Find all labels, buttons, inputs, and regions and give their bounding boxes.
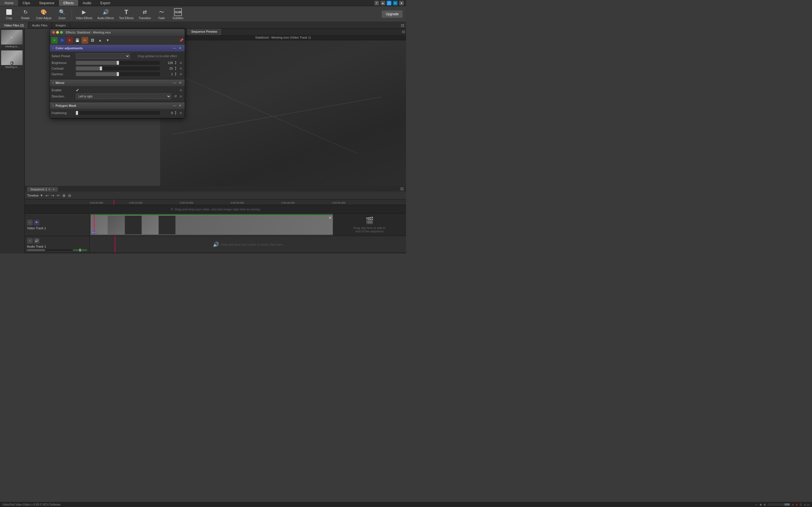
gamma-spinner[interactable]: ▲ ▼ [174,72,177,76]
tab-audio-files[interactable]: Audio Files [28,22,52,29]
video-clip-1[interactable]: FX ✕ [91,215,333,235]
gamma-menu-btn[interactable]: ≡ [179,72,183,76]
tab-video-files[interactable]: Video Files (2) [0,22,28,29]
timeline-scissors-btn[interactable]: ✂ [57,193,60,198]
brightness-spinner[interactable]: ▲ ▼ [174,61,177,65]
video-effects-button[interactable]: ▶ Video Effects [73,7,95,21]
contrast-slider[interactable] [76,66,160,70]
contrast-menu-btn[interactable]: ≡ [179,66,183,71]
panel-collapse-icon[interactable]: ⊡ [401,23,404,27]
audio-effects-button[interactable]: 🔊 Audio Effects [95,7,116,21]
feathering-thumb[interactable] [76,111,78,115]
color-adj-close-button[interactable]: ✕ [178,46,183,50]
text-effects-button[interactable]: T Text Effects [117,7,136,21]
enable-menu-btn[interactable]: ≡ [179,88,183,93]
fade-button[interactable]: 〜 Fade [154,7,169,21]
sequence-add-icon[interactable]: + [53,187,54,191]
mirror-close-button[interactable]: ✕ [178,81,183,85]
edit-effect-button[interactable]: ✏ [82,37,88,44]
nav-sequence[interactable]: Sequence [35,0,59,6]
nav-audio[interactable]: Audio [78,0,96,6]
effect-image-button[interactable]: 🖼 [89,37,96,44]
preset-select[interactable] [76,53,130,59]
video-track-1-label: − 👁 Video Track 1 [25,214,90,236]
effect-settings-button[interactable]: ⚙ [59,37,65,44]
polygon-mask-header[interactable]: ↕ Polygon Mask — ✕ [50,102,185,109]
direction-reset-button[interactable]: ↺ [174,94,177,98]
nav-clips[interactable]: Clips [18,0,35,6]
color-adjust-button[interactable]: 🎨 Color Adjust [34,7,54,21]
rotate-button[interactable]: ↻ Rotate [17,7,33,21]
gamma-slider[interactable] [76,72,160,76]
video-effects-icon: ▶ [80,8,88,16]
close-window-button[interactable] [52,31,55,34]
zoom-icon: 🔍 [58,8,66,16]
brightness-down-btn[interactable]: ▼ [174,63,177,65]
color-adj-minus-button[interactable]: — [172,46,177,50]
timeline-back-btn[interactable]: ↩ [45,193,49,198]
timeline-fwd-btn[interactable]: ↪ [51,193,54,198]
video-track-visibility-btn[interactable]: 👁 [34,220,40,225]
nav-export[interactable]: Export [96,0,115,6]
social-icon-3: t [387,1,391,5]
window-traffic-lights [52,31,63,34]
contrast-spinner[interactable]: ▲ ▼ [174,66,177,71]
maximize-window-button[interactable] [60,31,63,34]
polygon-close-button[interactable]: ✕ [178,104,183,108]
feathering-spinner[interactable]: ▲ ▼ [174,111,177,115]
brightness-slider[interactable] [76,61,160,65]
contrast-thumb[interactable] [100,66,102,70]
save-effect-button[interactable]: 💾 [74,37,81,44]
color-adjustments-header[interactable]: ↕ Color adjustments — ✕ [50,45,185,52]
color-adjust-icon: 🎨 [40,8,48,16]
timeline-zoom-out-btn[interactable]: ⊖ [68,193,71,198]
enable-checkbox[interactable]: ✔ [76,88,79,93]
direction-label: Direction: [52,95,74,98]
audio-track-mute-btn[interactable]: − [27,238,33,244]
nav-home[interactable]: Home [0,0,18,6]
gamma-thumb[interactable] [117,72,119,76]
brightness-menu-btn[interactable]: ≡ [179,61,183,65]
direction-menu-btn[interactable]: ≡ [179,94,183,99]
sequence-preview-tab[interactable]: Sequence Preview [187,29,222,35]
audio-pan-slider[interactable] [73,249,87,251]
media-item-1[interactable]: ▶ Meeting.m... [0,29,24,49]
audio-pan-fill [73,249,87,251]
gamma-down-btn[interactable]: ▼ [174,74,177,76]
direction-select[interactable]: Left to right Right to left Top to botto… [76,94,171,99]
minimize-window-button[interactable] [56,31,59,34]
brightness-label: Brightness: [52,61,74,64]
feathering-down-btn[interactable]: ▼ [174,113,177,115]
effect-up-button[interactable]: ▲ [97,37,103,44]
audio-track-volume-btn[interactable]: 🔊 [34,238,40,244]
transition-button[interactable]: ⇄ Transition [137,7,153,21]
timeline-zoom-in-btn[interactable]: ⊕ [62,193,66,198]
timeline-dropdown-icon[interactable]: ▼ [40,193,43,198]
video-track-1-controls: − 👁 [27,220,40,225]
feathering-slider[interactable] [76,111,160,115]
subtitles-button[interactable]: SUB Subtitles [170,7,186,21]
tab-images[interactable]: Images [52,22,70,29]
polygon-minus-button[interactable]: — [172,104,177,108]
preview-expand-icon[interactable]: ⊡ [401,29,406,35]
audio-volume-slider[interactable] [27,249,72,251]
sequence-1-tab[interactable]: Sequence 1 ✕ + [27,187,58,191]
remove-effect-button[interactable]: ✕ [66,37,73,44]
upgrade-button[interactable]: Upgrade [382,10,403,18]
crop-button[interactable]: ⬜ Crop [1,7,17,21]
nav-effects[interactable]: Effects [59,0,78,6]
mirror-header[interactable]: ↕ Mirror — ✕ [50,79,185,86]
brightness-thumb[interactable] [117,61,119,65]
add-effect-button[interactable]: + [51,37,58,44]
mirror-minus-button[interactable]: — [172,81,177,85]
feathering-menu-btn[interactable]: ≡ [179,111,183,115]
video-track-mute-btn[interactable]: − [27,220,33,225]
sequence-close-icon[interactable]: ✕ [48,188,50,191]
zoom-button[interactable]: 🔍 Zoom [54,7,70,21]
preview-tabs-bar: Clip Preview Sequence Preview ⊡ [160,29,406,35]
effect-down-button[interactable]: ▼ [104,37,111,44]
media-item-2[interactable]: ▶ Meeting.m... [0,49,24,70]
contrast-down-btn[interactable]: ▼ [174,68,177,71]
timeline-expand-icon[interactable]: ⊡ [398,186,406,191]
effects-window: Effects: Stabilized - Meeting.mov + ⚙ ✕ … [50,29,185,119]
